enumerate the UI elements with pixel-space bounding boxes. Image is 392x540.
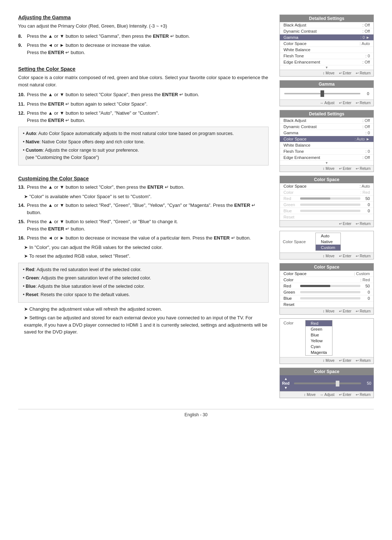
bottom-cs-footer: ↕ Move ↔ Adjust ↵ Enter ↩ Return (280, 391, 373, 398)
note-reset: To reset the adjusted RGB value, select … (24, 253, 269, 260)
bottom-cs-value: 50 (364, 381, 371, 385)
step-14-text: Press the ▲ or ▼ button to select "Red",… (27, 202, 269, 216)
step-10: 10. Press the ▲ or ▼ button to select "C… (18, 91, 269, 98)
dropdown-row-1: Color Space Auto Native Custom (280, 231, 373, 253)
color-option-green[interactable]: Green (306, 326, 332, 332)
step-12-text: Press the ▲ or ▼ button to select "Auto"… (27, 110, 269, 124)
cs-bar-green-track-2 (300, 291, 360, 293)
dropdown-option-auto[interactable]: Auto (316, 233, 340, 239)
note-reset-label: • Reset: Resets the color space to the d… (23, 291, 264, 298)
note-auto: • Auto: Auto Color Space automatically a… (23, 130, 264, 137)
left-column: Adjusting the Gamma You can adjust the P… (18, 15, 272, 398)
panel-title-2: Detailed Settings (280, 110, 373, 118)
note-color-available: "Color" is available when "Color Space" … (24, 193, 269, 200)
cs-row-color: Color : Red (280, 189, 373, 196)
cs-bar-blue-2: Blue 0 (280, 295, 373, 302)
step-10-text: Press the ▲ or ▼ button to select "Color… (27, 91, 269, 98)
panel-row-flesh-tone-1: Flesh Tone : 0 (280, 53, 373, 59)
bottom-slider-thumb[interactable] (336, 381, 339, 386)
panel-row-gamma-1: Gamma : 0 ► (280, 34, 373, 41)
color-option-magenta[interactable]: Magenta (306, 349, 332, 355)
down-arrow-icon[interactable]: ▼ (284, 386, 287, 390)
color-space-notes: • Auto: Auto Color Space automatically a… (18, 127, 269, 165)
panel-color-space-1: Color Space Color Space : Auto Color : R… (279, 176, 374, 227)
step-15-text: Press the ▲ or ▼ button to select "Red",… (27, 218, 269, 232)
cs-bar-blue-track (300, 210, 360, 212)
panel-row-dynamic-contrast-2: Dynamic Contrast : Off (280, 124, 373, 130)
panel-detailed-settings-2: Detailed Settings Black Adjust : Off Dyn… (279, 110, 374, 172)
bottom-cs-title: Color Space (280, 368, 373, 375)
cs-bar-blue-track-2 (300, 297, 360, 299)
gamma-slider-thumb[interactable] (320, 90, 324, 97)
dropdown-options-1[interactable]: Auto Native Custom (315, 233, 341, 251)
panel-color-space-2: Color Space Color Space : Custom Color :… (279, 263, 374, 315)
panel-row-black-adjust-1: Black Adjust : Off (280, 22, 373, 28)
bottom-cs-content: ▲ Red ▼ 50 (280, 375, 373, 391)
cs-bar-red-fill (300, 197, 330, 200)
gamma-slider-value: 0 (363, 91, 369, 96)
step-11: 11. Press the ENTER ↵ button again to se… (18, 101, 269, 108)
step-16-text: Press the ◄ or ► button to decrease or i… (27, 234, 269, 242)
note-green: • Green: Adjusts the green saturation le… (23, 274, 264, 282)
panel-dropdown-1: Color Space Auto Native Custom ↕ Move ↵ … (279, 231, 374, 259)
color-option-red[interactable]: Red (306, 320, 332, 326)
section-title-color-space: Setting the Color Space (18, 66, 269, 72)
note-refresh: Changing the adjustment value will refre… (24, 306, 269, 313)
dropdown-label-1: Color Space (283, 240, 312, 244)
panel-row-black-adjust-2: Black Adjust : Off (280, 118, 373, 124)
cs-footer-1: ↵ Enter ↩ Return (280, 220, 373, 227)
cs-bar-green-1: Green 0 (280, 202, 373, 208)
section-title-customizing: Customizing the Color Space (18, 176, 269, 181)
page-container: Adjusting the Gamma You can adjust the P… (18, 15, 374, 398)
step-15-num: 15. (18, 218, 27, 225)
step-8-text: Press the ▲ or ▼ button to select "Gamma… (27, 33, 269, 40)
color-option-blue[interactable]: Blue (306, 332, 332, 338)
cs-title-1: Color Space (280, 176, 373, 183)
gamma-slider-track[interactable] (284, 93, 360, 94)
footer-text: English - 30 (184, 412, 207, 417)
panel-row-dynamic-contrast-1: Dynamic Contrast : Off (280, 28, 373, 34)
panel-row-edge-2: Edge Enhancement : Off (280, 155, 373, 161)
gamma-title: Gamma (280, 81, 373, 88)
panel-row-flesh-tone-2: Flesh Tone : 0 (280, 148, 373, 155)
step-10-num: 10. (18, 91, 27, 98)
cs-bar-red-track (300, 197, 360, 200)
cs-bar-blue-1: Blue 0 (280, 208, 373, 214)
note-red: • Red: Adjusts the red saturation level … (23, 266, 264, 273)
cs-bar-red-2: Red 50 (280, 283, 373, 289)
dropdown-option-custom[interactable]: Custom (316, 245, 340, 250)
dropdown-footer-1: ↕ Move ↵ Enter ↩ Return (280, 253, 373, 259)
color-option-cyan[interactable]: Cyan (306, 344, 332, 349)
step-15: 15. Press the ▲ or ▼ button to select "R… (18, 218, 269, 232)
page-footer: English - 30 (18, 409, 374, 417)
panel-row-gamma-2: Gamma : 0 (280, 130, 373, 136)
cs-bar-green-2: Green 0 (280, 289, 373, 295)
right-column: Detailed Settings Black Adjust : Off Dyn… (279, 15, 374, 398)
color-option-yellow[interactable]: Yellow (306, 338, 332, 344)
color-dropdown-label: Color (283, 320, 302, 325)
section-adjusting-gamma: Adjusting the Gamma You can adjust the P… (18, 15, 269, 56)
panel-row-color-space-2: Color Space : Auto ► (280, 136, 373, 142)
step-8: 8. Press the ▲ or ▼ button to select "Ga… (18, 33, 269, 40)
color-dropdown-options[interactable]: Red Green Blue Yellow Cyan Magenta (305, 320, 332, 356)
note-custom: • Custom: Adjusts the color range to sui… (23, 147, 264, 161)
panel-row-white-balance-2: White Balance (280, 142, 373, 148)
section-customizing-color-space: Customizing the Color Space 13. Press th… (18, 176, 269, 336)
cs-row-space: Color Space : Auto (280, 183, 373, 189)
bottom-slider-track[interactable] (294, 382, 361, 384)
up-arrow-icon[interactable]: ▲ (284, 377, 287, 381)
step-11-num: 11. (18, 101, 27, 108)
cs-row-reset-2[interactable]: Reset (280, 302, 373, 308)
step-14-num: 14. (18, 202, 27, 209)
step-14: 14. Press the ▲ or ▼ button to select "R… (18, 202, 269, 216)
panel-row-color-space-1: Color Space : Auto (280, 41, 373, 47)
step-16: 16. Press the ◄ or ► button to decrease … (18, 234, 269, 242)
gamma-footer: ↔ Adjust ↵ Enter ↩ Return (280, 99, 373, 106)
dropdown-option-native[interactable]: Native (316, 239, 340, 245)
note-native: • Native: Native Color Space offers deep… (23, 138, 264, 146)
bottom-nav: ▲ Red ▼ (282, 377, 290, 390)
section-setting-color-space: Setting the Color Space Color space is a… (18, 66, 269, 165)
panel-row-edge-1: Edge Enhancement : Off (280, 59, 373, 65)
step-9: 9. Press the ◄ or ► button to decrease o… (18, 42, 269, 56)
step-13: 13. Press the ▲ or ▼ button to select "C… (18, 184, 269, 191)
